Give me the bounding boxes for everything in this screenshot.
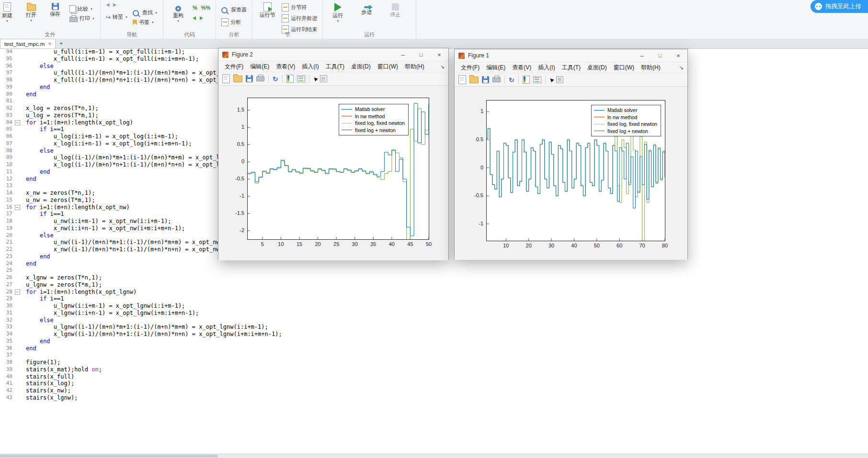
menu-item[interactable]: 插入(I) [535, 63, 558, 73]
analyze-button[interactable]: 分析 [220, 18, 248, 27]
code-line[interactable]: 30 u_lgnw(i:i+m-1) = x_opt_lgnw(i:i+m-1)… [0, 302, 868, 310]
code-line[interactable]: 41stairs(x_log); [0, 380, 868, 387]
save-button[interactable]: 保存 [44, 2, 66, 18]
code-line[interactable]: 29 if i==1 [0, 295, 868, 302]
new-script-button[interactable]: 新建 ▼ [0, 2, 18, 23]
forward-icon[interactable]: ▶ [113, 2, 117, 7]
close-button[interactable]: × [669, 49, 687, 62]
code-line[interactable]: 25 [0, 267, 868, 274]
menu-item[interactable]: 桌面(D) [348, 62, 374, 72]
open-file-icon[interactable] [233, 76, 242, 82]
new-figure-icon[interactable] [458, 75, 466, 84]
plot-legend[interactable]: Matlab solverln nw methodfixed log, fixe… [339, 104, 409, 135]
property-inspector-icon[interactable] [320, 75, 327, 82]
comment-icon[interactable]: % [193, 5, 197, 11]
tab-test-fast-mpc[interactable]: test_fast_mpc.m × [0, 39, 56, 48]
code-line[interactable]: 40stairs(x_full) [0, 373, 868, 380]
upload-drop-badge[interactable]: 拖拽至此上传 [811, 0, 868, 13]
figure-titlebar[interactable]: Figure 1 – □ × [455, 49, 687, 62]
insert-colorbar-icon[interactable] [286, 75, 294, 83]
edit-plot-cursor-icon[interactable]: ▶ [548, 77, 554, 83]
run-button[interactable]: 运行 ▼ [327, 2, 349, 23]
code-line[interactable]: 43stairs(x_lgnw); [0, 394, 868, 402]
new-figure-icon[interactable] [222, 74, 230, 83]
code-line[interactable]: 37 [0, 352, 868, 359]
insert-legend-icon[interactable] [533, 76, 541, 83]
dock-figure-icon[interactable]: ↘ [678, 65, 685, 71]
menu-item[interactable]: 查看(V) [509, 63, 535, 73]
menu-item[interactable]: 窗口(W) [374, 62, 401, 72]
code-line[interactable]: 38figure(1); [0, 359, 868, 366]
insert-section-break-button[interactable]: 分节符 [280, 3, 319, 12]
edit-plot-cursor-icon[interactable]: ▶ [312, 76, 318, 82]
plot-legend[interactable]: Matlab solverln nw methodfixed log, fixe… [591, 105, 661, 136]
minimize-button[interactable]: – [394, 48, 412, 61]
code-line[interactable]: 26x_lgnw = zeros(T*n,1); [0, 274, 868, 281]
close-button[interactable]: × [430, 48, 448, 61]
code-line[interactable]: 28−for i=1:(m+n):length(x_opt_lgnw) [0, 289, 868, 296]
menu-item[interactable]: 插入(I) [298, 62, 322, 72]
link-plot-icon[interactable]: ↻ [509, 77, 514, 83]
menu-item[interactable]: 文件(F) [457, 63, 483, 73]
run-section-button[interactable]: 运行节 [256, 2, 278, 19]
stop-button[interactable]: 停止 [384, 2, 406, 19]
menu-item[interactable]: 帮助(H) [638, 63, 664, 73]
figure-titlebar[interactable]: Figure 2 – □ × [218, 48, 448, 61]
outdent-icon[interactable] [193, 16, 196, 20]
dock-figure-icon[interactable]: ↘ [439, 64, 445, 70]
section-comment-icon[interactable]: %% [201, 5, 211, 11]
fold-collapse-icon[interactable]: − [15, 290, 20, 295]
menu-item[interactable]: 工具(T) [322, 62, 348, 72]
code-line[interactable]: 35 end [0, 338, 868, 345]
goto-button[interactable]: ↪ 转至 ▼ [104, 13, 129, 21]
minimize-button[interactable]: – [633, 49, 651, 62]
code-line[interactable]: 34 x_lgnw((i-1)/(m+n)*n+1:(i-1)/(m+n)*n+… [0, 331, 868, 338]
find-button[interactable]: 查找 ▼ [131, 9, 159, 17]
menu-item[interactable]: 查看(V) [273, 62, 298, 72]
run-and-advance-button[interactable]: 运行并前进 [280, 14, 319, 23]
property-inspector-icon[interactable] [556, 76, 563, 83]
menu-item[interactable]: 编辑(E) [247, 62, 273, 72]
save-figure-icon[interactable] [246, 75, 253, 82]
code-line[interactable]: 32 else [0, 317, 868, 324]
code-line[interactable]: 27u_lgnw = zeros(T*m,1); [0, 281, 868, 289]
maximize-button[interactable]: □ [651, 49, 669, 62]
insert-legend-icon[interactable] [297, 75, 305, 82]
menu-item[interactable]: 工具(T) [559, 63, 584, 73]
scrollbar-thumb[interactable] [0, 455, 218, 458]
code-line[interactable]: 24end [0, 260, 868, 268]
menu-item[interactable]: 桌面(D) [584, 63, 610, 73]
insert-colorbar-icon[interactable] [523, 76, 530, 84]
maximize-button[interactable]: □ [412, 48, 430, 61]
open-button[interactable]: 打开 ▼ [20, 2, 42, 22]
fold-column[interactable]: − [13, 119, 21, 126]
add-tab-button[interactable]: + [56, 38, 67, 48]
horizontal-scrollbar[interactable] [0, 454, 868, 458]
print-button[interactable]: 打印 ▼ [68, 14, 96, 22]
menu-item[interactable]: 窗口(W) [610, 63, 638, 73]
open-file-icon[interactable] [469, 77, 479, 83]
back-icon[interactable]: ◀ [106, 2, 110, 7]
fold-collapse-icon[interactable]: − [15, 205, 20, 210]
code-line[interactable]: 33 u_lgnw((i-1)/(m+n)*m+1:(i-1)/(m+n)*m+… [0, 324, 868, 331]
code-line[interactable]: 42stairs(x_nw); [0, 387, 868, 394]
indent-icon[interactable] [200, 16, 203, 20]
compare-button[interactable]: 比较 ▼ [68, 5, 96, 13]
print-figure-icon[interactable] [492, 77, 501, 82]
fold-column[interactable]: − [13, 204, 21, 211]
menu-item[interactable]: 帮助(H) [401, 62, 428, 72]
print-figure-icon[interactable] [256, 76, 264, 81]
bookmark-button[interactable]: 书签 ▼ [131, 18, 159, 26]
link-plot-icon[interactable]: ↻ [273, 76, 278, 82]
menu-item[interactable]: 编辑(E) [483, 63, 509, 73]
code-line[interactable]: 39stairs(x_mat);hold on; [0, 366, 868, 373]
refactor-button[interactable]: 重构 ▼ [167, 5, 189, 23]
fold-collapse-icon[interactable]: − [15, 120, 20, 125]
close-icon[interactable]: × [48, 41, 51, 46]
fold-column[interactable]: − [13, 289, 21, 296]
menu-item[interactable]: 文件(F) [221, 62, 247, 72]
code-line[interactable]: 36end [0, 345, 868, 352]
profiler-button[interactable]: 探查器 [220, 6, 248, 14]
step-button[interactable]: 步进 [355, 2, 377, 16]
save-figure-icon[interactable] [482, 76, 489, 83]
